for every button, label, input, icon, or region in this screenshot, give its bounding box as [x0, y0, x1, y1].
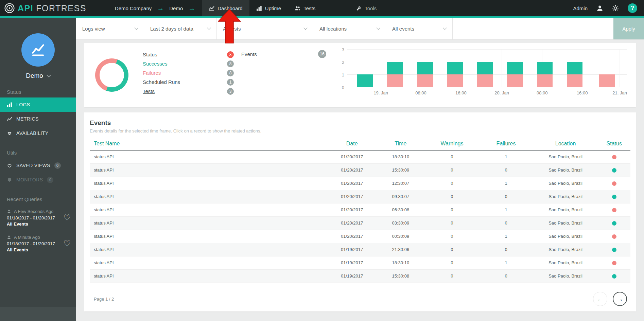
gear-icon[interactable] — [612, 5, 619, 12]
column-header-location[interactable]: Location — [533, 138, 598, 150]
next-page-button[interactable]: → — [613, 292, 627, 306]
cell-test: status API — [90, 256, 328, 269]
table-row[interactable]: status API01/19/201718:30:1001Sao Paolo,… — [90, 256, 630, 269]
tests-label[interactable]: Tests — [143, 88, 155, 94]
favorite-heart-icon[interactable]: ♡ — [63, 214, 71, 222]
sidebar-item-availability[interactable]: AVAILABILITY — [0, 126, 76, 140]
chart-bar[interactable] — [507, 62, 523, 87]
bar-segment-failure — [477, 74, 493, 87]
table-row[interactable]: status API01/20/201700:30:0901Sao Paolo,… — [90, 230, 630, 243]
cell-failures: 0 — [479, 269, 533, 283]
table-row[interactable]: status API01/19/201715:30:0800Sao Paolo,… — [90, 269, 630, 283]
column-header-warnings[interactable]: Warnings — [425, 138, 479, 150]
cell-warnings: 0 — [425, 150, 479, 163]
chart-bar[interactable] — [357, 74, 373, 87]
cell-test: status API — [90, 269, 328, 283]
dropdown-value: All locations — [319, 26, 347, 32]
scheduled-runs-label: Scheduled Runs — [143, 79, 180, 85]
chart-bar[interactable] — [599, 74, 615, 87]
cell-failures: 0 — [479, 163, 533, 177]
cell-location: Sao Paolo, Brazil — [533, 203, 598, 216]
breadcrumb-project[interactable]: Demo — [169, 5, 183, 11]
timeframe-dropdown[interactable]: Last 2 days of data — [144, 18, 217, 39]
failures-label[interactable]: Failures — [143, 70, 161, 76]
bar-segment-success — [477, 62, 493, 74]
chart-bar[interactable] — [567, 62, 582, 87]
events-table-header-row: Test NameDateTimeWarningsFailuresLocatio… — [90, 138, 630, 150]
chart-gridline — [502, 50, 502, 87]
logo[interactable]: API FORTRESS — [0, 0, 91, 16]
sidebar-item-saved-views[interactable]: SAVED VIEWS 0 — [0, 158, 76, 173]
column-header-failures[interactable]: Failures — [479, 138, 533, 150]
nav-item-tools[interactable]: Tools — [349, 0, 383, 16]
bell-icon — [7, 177, 12, 182]
bar-segment-failure — [599, 74, 615, 87]
cell-date: 01/20/2017 — [328, 216, 376, 230]
logs-icon — [7, 102, 12, 107]
bar-segment-failure — [387, 74, 403, 87]
column-header-date[interactable]: Date — [328, 138, 376, 150]
bar-segment-success — [507, 62, 523, 74]
table-row[interactable]: status API01/20/201709:30:0700Sao Paolo,… — [90, 190, 630, 203]
table-row[interactable]: status API01/20/201718:30:1001Sao Paolo,… — [90, 150, 630, 163]
help-button[interactable]: ? — [628, 3, 637, 13]
cell-failures: 1 — [479, 203, 533, 216]
cell-test: status API — [90, 163, 328, 177]
prev-page-button[interactable]: ← — [593, 292, 607, 306]
bar-chart-icon — [256, 5, 262, 11]
sidebar-item-logs[interactable]: LOGS — [0, 97, 76, 112]
x-tick-label: 21. Jan — [612, 90, 627, 95]
recent-query-item[interactable]: A Few Seconds Ago 01/18/2017 - 01/20/201… — [0, 205, 76, 231]
events-panel-subtitle: Events details for the selected time fra… — [90, 128, 630, 133]
arrow-right-icon: → — [616, 295, 623, 303]
chart-bar[interactable] — [417, 62, 433, 87]
sidebar: Demo Status LOGS METRICS AVAIL — [0, 18, 76, 321]
favorite-heart-icon[interactable]: ♡ — [63, 239, 71, 248]
user-icon[interactable] — [596, 5, 603, 12]
project-avatar[interactable] — [21, 33, 55, 67]
chart-bar[interactable] — [537, 62, 553, 87]
column-header-status[interactable]: Status — [598, 138, 630, 150]
table-row[interactable]: status API01/20/201706:30:0801Sao Paolo,… — [90, 203, 630, 216]
cell-failures: 0 — [479, 190, 533, 203]
cell-status — [598, 269, 630, 283]
chart-bar[interactable] — [447, 62, 463, 87]
cell-status — [598, 203, 630, 216]
user-menu[interactable]: Admin — [573, 5, 588, 11]
breadcrumb-company[interactable]: Demo Company — [115, 5, 152, 11]
project-chart-icon — [30, 42, 46, 58]
table-row[interactable]: status API01/20/201715:30:0900Sao Paolo,… — [90, 163, 630, 177]
sidebar-item-monitors[interactable]: MONITORS 0 — [0, 173, 76, 187]
chevron-down-icon — [207, 26, 211, 30]
tests-dropdown[interactable]: All tests — [217, 18, 313, 39]
column-header-time[interactable]: Time — [376, 138, 425, 150]
project-selector[interactable]: Demo — [0, 72, 76, 79]
chevron-down-icon — [376, 26, 380, 30]
failures-count-badge: 8 — [227, 70, 234, 76]
status-dot-success — [612, 168, 616, 173]
chart-bar[interactable] — [387, 62, 403, 87]
cell-time: 09:30:07 — [376, 190, 425, 203]
view-dropdown[interactable]: Logs view — [76, 18, 144, 39]
nav-item-tests[interactable]: Tests — [288, 0, 322, 16]
apply-button[interactable]: Apply — [613, 18, 644, 39]
successes-label[interactable]: Successes — [143, 61, 168, 67]
nav-item-dashboard[interactable]: Dashboard — [202, 0, 249, 16]
dropdown-value: Last 2 days of data — [150, 26, 193, 32]
table-row[interactable]: status API01/20/201703:30:0900Sao Paolo,… — [90, 216, 630, 230]
sidebar-item-metrics[interactable]: METRICS — [0, 112, 76, 126]
events-dropdown[interactable]: All events — [386, 18, 453, 39]
legend-row-tests: Tests 3 — [143, 87, 234, 96]
recent-query-item[interactable]: A Minute Ago 01/18/2017 - 01/20/2017 All… — [0, 231, 76, 256]
column-header-test-name[interactable]: Test Name — [90, 138, 328, 150]
status-dot-failure — [612, 234, 616, 239]
table-row[interactable]: status API01/19/201721:30:0600Sao Paolo,… — [90, 243, 630, 256]
locations-dropdown[interactable]: All locations — [313, 18, 386, 39]
cell-location: Sao Paolo, Brazil — [533, 150, 598, 163]
table-row[interactable]: status API01/20/201712:30:0701Sao Paolo,… — [90, 177, 630, 190]
status-dot-success — [612, 195, 616, 199]
nav-item-uptime[interactable]: Uptime — [249, 0, 288, 16]
saved-views-count-badge: 0 — [54, 162, 61, 169]
chart-bar[interactable] — [477, 62, 493, 87]
cell-failures: 1 — [479, 150, 533, 163]
